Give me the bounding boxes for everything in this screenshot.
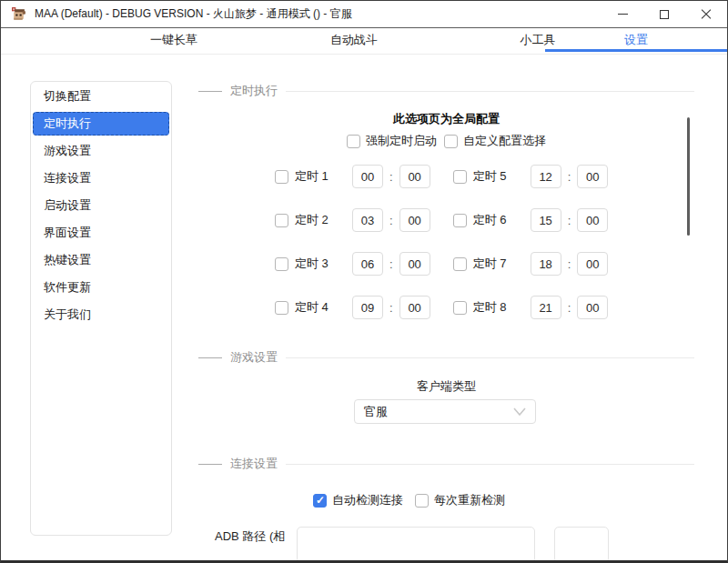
client-type-dropdown[interactable]: 官服 [354, 399, 536, 424]
adb-path-row: ADB 路径 (相 [198, 527, 694, 563]
time-separator: : [568, 301, 571, 315]
timer-1-hour-input[interactable] [352, 165, 383, 188]
timer-7: 定时 7 : [453, 252, 609, 276]
timer-4-label: 定时 4 [295, 299, 329, 316]
section-title: 连接设置 [230, 456, 278, 472]
auto-detect-label: 自动检测连接 [332, 492, 403, 508]
sidebar-item-timer[interactable]: 定时执行 [33, 112, 169, 136]
time-separator: : [568, 257, 571, 271]
adb-path-browse-button[interactable] [554, 527, 609, 563]
timer-2-checkbox[interactable] [275, 214, 288, 227]
section-header-timer: 定时执行 [198, 83, 694, 99]
timer-2-hour-input[interactable] [352, 208, 383, 232]
timer-3: 定时 3 : [275, 252, 430, 276]
timer-6-checkbox[interactable] [453, 214, 467, 227]
time-separator: : [568, 214, 571, 227]
timer-4: 定时 4 : [275, 296, 430, 319]
timer-3-label: 定时 3 [295, 256, 329, 272]
app-icon [11, 6, 26, 22]
timer-6-label: 定时 6 [473, 212, 508, 228]
section-title: 游戏设置 [230, 349, 278, 366]
chevron-down-icon [513, 407, 526, 416]
sidebar-item-connection[interactable]: 连接设置 [33, 166, 169, 190]
section-title: 定时执行 [230, 83, 278, 99]
custom-config-label: 自定义配置选择 [463, 133, 546, 149]
client-type-label: 客户端类型 [198, 378, 694, 395]
timer-1-checkbox[interactable] [275, 170, 288, 184]
section-line [286, 464, 694, 465]
adb-path-input[interactable] [297, 527, 535, 563]
timer-row: 定时 2 : 定时 6 : [275, 208, 608, 232]
section-dash [198, 91, 222, 92]
time-separator: : [389, 170, 393, 184]
time-separator: : [389, 257, 393, 271]
timer-grid: 定时 1 : 定时 5 : 定时 2 : [275, 165, 608, 339]
sidebar-item-game-settings[interactable]: 游戏设置 [33, 139, 169, 163]
timer-4-minute-input[interactable] [399, 296, 430, 319]
settings-sidebar: 切换配置 定时执行 游戏设置 连接设置 启动设置 界面设置 热键设置 软件更新 … [30, 81, 172, 536]
timer-4-hour-input[interactable] [352, 296, 383, 319]
timer-2-label: 定时 2 [295, 212, 329, 228]
timer-3-checkbox[interactable] [275, 257, 288, 271]
sidebar-item-about-us[interactable]: 关于我们 [33, 303, 169, 327]
timer-7-hour-input[interactable] [531, 252, 561, 276]
timer-7-minute-input[interactable] [577, 252, 608, 276]
custom-config-checkbox[interactable] [444, 135, 458, 148]
auto-detect-checkbox[interactable] [313, 494, 327, 508]
timer-2-minute-input[interactable] [399, 208, 430, 232]
main-tabbar: 一键长草 自动战斗 小工具 设置 [1, 28, 727, 55]
client-type-value: 官服 [364, 404, 388, 420]
content-scrollbar[interactable] [687, 117, 690, 236]
settings-content: 定时执行 此选项页为全局配置 强制定时启动 自定义配置选择 定时 1 : [198, 56, 694, 560]
section-dash [198, 357, 222, 358]
timer-row: 定时 1 : 定时 5 : [275, 165, 608, 188]
sidebar-item-software-update[interactable]: 软件更新 [33, 276, 169, 299]
timer-5-checkbox[interactable] [453, 170, 467, 184]
minimize-icon [618, 14, 628, 15]
timer-7-checkbox[interactable] [453, 257, 467, 271]
timer-options-row: 强制定时启动 自定义配置选择 [198, 133, 694, 149]
timer-6-minute-input[interactable] [577, 208, 608, 232]
timer-5-hour-input[interactable] [531, 165, 561, 188]
sidebar-item-startup[interactable]: 启动设置 [33, 194, 169, 217]
maximize-icon [660, 10, 669, 19]
force-timed-start-checkbox[interactable] [347, 135, 360, 148]
timer-5-label: 定时 5 [473, 168, 508, 185]
redetect-checkbox[interactable] [415, 494, 429, 508]
tab-farming[interactable]: 一键长草 [134, 28, 214, 52]
timer-4-checkbox[interactable] [275, 301, 288, 315]
timer-8-minute-input[interactable] [577, 296, 608, 319]
timer-row: 定时 4 : 定时 8 : [275, 296, 608, 319]
sidebar-item-interface[interactable]: 界面设置 [33, 221, 169, 245]
section-dash [198, 464, 222, 465]
timer-8-hour-input[interactable] [531, 296, 561, 319]
section-header-connection: 连接设置 [198, 456, 694, 472]
timer-1-label: 定时 1 [295, 168, 329, 185]
active-tab-underline [545, 49, 728, 52]
titlebar: MAA (Default) - DEBUG VERSION - 火山旅梦 - 通… [1, 1, 727, 28]
section-line [286, 357, 694, 358]
timer-1: 定时 1 : [275, 165, 430, 188]
timer-7-label: 定时 7 [473, 256, 508, 272]
close-icon [701, 9, 712, 20]
timer-6-hour-input[interactable] [531, 208, 561, 232]
app-window: MAA (Default) - DEBUG VERSION - 火山旅梦 - 通… [0, 0, 728, 563]
timer-5: 定时 5 : [453, 165, 609, 188]
global-config-note: 此选项页为全局配置 [198, 111, 694, 127]
timer-1-minute-input[interactable] [399, 165, 430, 188]
time-separator: : [389, 214, 393, 227]
maximize-button[interactable] [643, 1, 685, 27]
adb-path-label: ADB 路径 (相 [215, 528, 285, 545]
timer-5-minute-input[interactable] [577, 165, 608, 188]
timer-8-checkbox[interactable] [453, 301, 467, 315]
section-header-game: 游戏设置 [198, 349, 694, 366]
tab-auto-battle[interactable]: 自动战斗 [314, 28, 394, 52]
sidebar-item-switch-config[interactable]: 切换配置 [33, 85, 169, 108]
timer-2: 定时 2 : [275, 208, 430, 232]
minimize-button[interactable] [602, 1, 643, 27]
sidebar-item-hotkeys[interactable]: 热键设置 [33, 248, 169, 272]
timer-8: 定时 8 : [453, 296, 609, 319]
timer-3-minute-input[interactable] [399, 252, 430, 276]
close-button[interactable] [685, 1, 727, 27]
timer-3-hour-input[interactable] [352, 252, 383, 276]
